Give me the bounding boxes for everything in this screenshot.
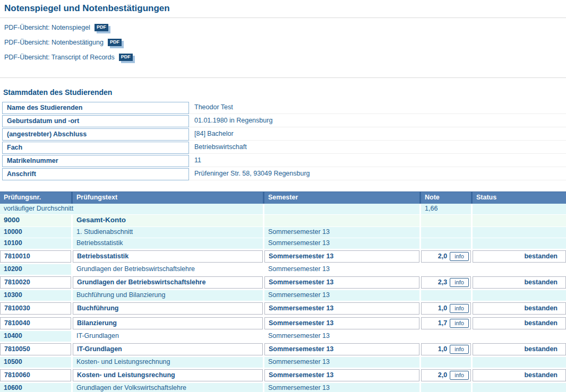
grade-cell-semester: Sommersemester 13	[264, 369, 419, 381]
grade-cell-status	[473, 383, 566, 392]
grade-cell-status	[473, 215, 566, 227]
pdf-link-label: PDF-Übersicht: Notenbestätigung	[4, 39, 104, 46]
grade-cell-text: Grundlagen der Betriebswirtschaftslehre	[73, 276, 263, 289]
grade-cell-status	[473, 357, 566, 368]
table-row: 10400IT-GrundlagenSommersemester 13	[0, 331, 566, 342]
grade-note-value: 1,0	[438, 304, 447, 312]
grade-cell-text: Betriebsstatistik	[73, 238, 263, 249]
stammdaten-value: Theodor Test	[189, 102, 566, 114]
grade-cell-semester	[264, 215, 419, 227]
grade-cell-nr: 10200	[0, 264, 71, 275]
grade-cell-status: bestanden	[473, 302, 566, 315]
pdf-icon[interactable]: PDF	[119, 54, 133, 61]
table-row: 100001. StudienabschnittSommersemester 1…	[0, 227, 566, 238]
grade-cell-text: Bilanzierung	[73, 317, 263, 329]
grade-cell-status: bestanden	[473, 343, 566, 355]
grade-cell-nr: 7810030	[0, 302, 71, 315]
table-row: 7810050IT-GrundlagenSommersemester 131,0…	[0, 342, 566, 356]
grade-cell-text: Buchführung	[73, 302, 263, 315]
info-button[interactable]: info	[450, 252, 469, 261]
grade-cell-nr: 9000	[0, 215, 71, 227]
grade-cell-semester: Sommersemester 13	[264, 317, 419, 329]
grade-cell-nr: 10300	[0, 290, 71, 301]
grade-cell-status: bestanden	[473, 276, 566, 289]
grade-note-value: 1,7	[438, 319, 447, 327]
grade-cell-semester: Sommersemester 13	[264, 238, 419, 249]
grade-cell-semester	[264, 204, 419, 214]
column-header-5: Status	[473, 192, 566, 204]
grade-cell-status: bestanden	[473, 317, 566, 329]
stammdaten-row: Geburtsdatum und -ort01.01.1980 in Regen…	[2, 115, 566, 127]
column-header-2: Prüfungstext	[73, 192, 263, 204]
info-button[interactable]: info	[450, 371, 469, 380]
table-row: 10100BetriebsstatistikSommersemester 13	[0, 238, 566, 249]
grade-note-value: 2,0	[438, 252, 447, 260]
grade-cell-note	[421, 331, 471, 342]
grade-cell-note	[421, 264, 471, 275]
grade-cell-nr: 10000	[0, 227, 71, 238]
grade-cell-note: 1,0info	[421, 302, 471, 315]
grade-cell-semester: Sommersemester 13	[264, 290, 419, 301]
info-button[interactable]: info	[450, 319, 469, 328]
grade-cell-status	[473, 227, 566, 238]
table-row: 7810030BuchführungSommersemester 131,0in…	[0, 301, 566, 316]
grade-cell-nr: 7810010	[0, 250, 71, 263]
grade-cell-nr: 10400	[0, 331, 71, 342]
grade-cell-text: 1. Studienabschnitt	[73, 227, 263, 238]
pdf-links-section: PDF-Übersicht: NotenspiegelPDFPDF-Übersi…	[0, 18, 566, 73]
pdf-icon[interactable]: PDF	[108, 39, 122, 46]
table-row: 10200Grundlagen der Betriebswirtschaftsl…	[0, 264, 566, 275]
stammdaten-row: (angestrebter) Abschluss[84] Bachelor	[2, 128, 566, 141]
grade-cell-note: 1,0info	[421, 343, 471, 355]
pdf-icon[interactable]: PDF	[95, 24, 108, 31]
grade-cell-semester: Sommersemester 13	[264, 331, 419, 342]
pdf-link-2[interactable]: PDF-Übersicht: Transcript of RecordsPDF	[4, 54, 566, 62]
grade-cell-semester: Sommersemester 13	[264, 357, 419, 368]
grade-cell-semester: Sommersemester 13	[264, 383, 419, 392]
table-row: 10500Kosten- und LeistungsrechnungSommer…	[0, 357, 566, 368]
grade-cell-status	[473, 290, 566, 301]
stammdaten-row: Name des StudierendenTheodor Test	[2, 102, 566, 114]
grade-cell-text: Grundlagen der Volkswirtschaftslehre	[73, 383, 263, 392]
grade-note-value: 1,0	[438, 345, 447, 353]
grade-cell-semester: Sommersemester 13	[264, 343, 419, 355]
grade-cell-status	[473, 331, 566, 342]
grade-cell-nr: 10600	[0, 383, 71, 392]
stammdaten-label: Anschrift	[2, 168, 189, 180]
grade-cell-nr: 10500	[0, 357, 71, 368]
info-button[interactable]: info	[450, 304, 469, 313]
column-header-1: Prüfungsnr.	[0, 192, 71, 204]
stammdaten-row: Matrikelnummer11	[2, 155, 566, 167]
stammdaten-label: (angestrebter) Abschluss	[2, 128, 189, 141]
grade-cell-note: 1,7info	[421, 317, 471, 329]
grade-cell-status	[473, 264, 566, 275]
pdf-link-1[interactable]: PDF-Übersicht: NotenbestätigungPDF	[4, 39, 566, 47]
stammdaten-value: 01.01.1980 in Regensburg	[189, 115, 566, 127]
grade-cell-status: bestanden	[473, 250, 566, 263]
grade-cell-text: Betriebsstatistik	[73, 250, 263, 263]
grade-cell-semester: Sommersemester 13	[264, 276, 419, 289]
grade-cell-semester: Sommersemester 13	[264, 302, 419, 315]
grade-cell-status: bestanden	[473, 369, 566, 381]
stammdaten-table: Name des StudierendenTheodor TestGeburts…	[2, 102, 566, 180]
column-header-3: Semester	[264, 192, 419, 204]
stammdaten-label: Geburtsdatum und -ort	[2, 115, 189, 127]
grade-cell-nr: 7810020	[0, 276, 71, 289]
info-button[interactable]: info	[450, 278, 469, 287]
grades-table-header: Prüfungsnr.PrüfungstextSemesterNoteStatu…	[0, 191, 566, 204]
stammdaten-row: AnschriftPrüfeninger Str. 58, 93049 Rege…	[2, 168, 566, 180]
stammdaten-heading: Stammdaten des Studierenden	[3, 88, 566, 97]
pdf-link-0[interactable]: PDF-Übersicht: NotenspiegelPDF	[4, 24, 566, 32]
table-row: 10600Grundlagen der Volkswirtschaftslehr…	[0, 383, 566, 392]
grade-note-value: 2,3	[438, 278, 447, 286]
stammdaten-value: [84] Bachelor	[189, 128, 566, 141]
grades-table: Prüfungsnr.PrüfungstextSemesterNoteStatu…	[0, 191, 566, 392]
grade-cell-semester: Sommersemester 13	[264, 250, 419, 263]
stammdaten-value: Prüfeninger Str. 58, 93049 Regensburg	[189, 168, 566, 180]
stammdaten-value: Betriebswirtschaft	[189, 142, 566, 154]
grade-cell-note	[421, 357, 471, 368]
table-row: 7810020Grundlagen der Betriebswirtschaft…	[0, 275, 566, 290]
info-button[interactable]: info	[450, 345, 469, 354]
grade-cell-text: Buchführung und Bilanzierung	[73, 290, 263, 301]
page: Notenspiegel und Notenbestätigungen PDF-…	[0, 3, 566, 392]
